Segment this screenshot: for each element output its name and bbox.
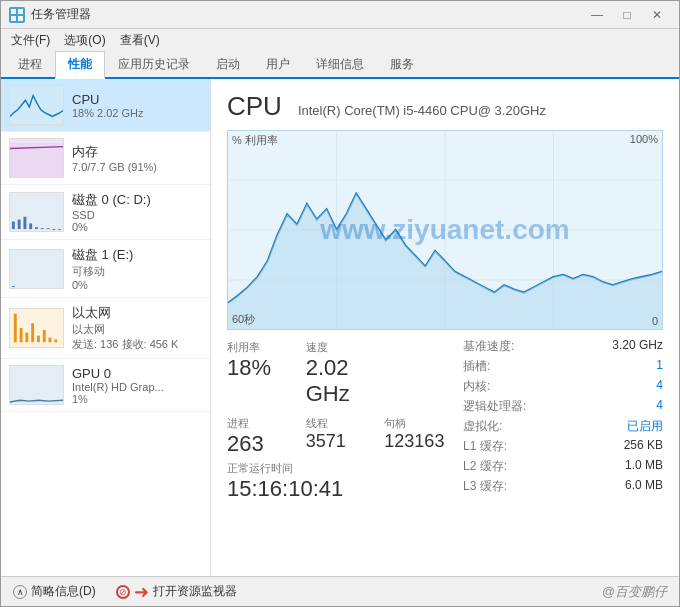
svg-rect-22 — [25, 333, 28, 343]
info-l1: L1 缓存: 256 KB — [463, 438, 663, 455]
stat-speed: 速度 2.02 GHz — [306, 338, 385, 410]
logical-key: 逻辑处理器: — [463, 398, 526, 415]
summary-button[interactable]: ∧ 简略信息(D) — [13, 583, 96, 600]
window-title: 任务管理器 — [31, 6, 91, 23]
maximize-button[interactable]: □ — [613, 5, 641, 25]
close-button[interactable]: ✕ — [643, 5, 671, 25]
svg-rect-3 — [18, 16, 23, 21]
left-panel: CPU 18% 2.02 GHz 内存 7.0/7.7 GB (91%) — [1, 79, 211, 576]
info-l3: L3 缓存: 6.0 MB — [463, 478, 663, 495]
open-monitor-icon: ⊘ — [116, 585, 130, 599]
tab-users[interactable]: 用户 — [253, 51, 303, 77]
attribution: @百变鹏仔 — [602, 583, 667, 601]
tab-services[interactable]: 服务 — [377, 51, 427, 77]
base-speed-val: 3.20 GHz — [612, 338, 663, 355]
tab-process[interactable]: 进程 — [5, 51, 55, 77]
cpu-mini-chart — [9, 85, 64, 125]
svg-rect-23 — [31, 323, 34, 342]
handle-label: 句柄 — [384, 416, 463, 431]
summary-label: 简略信息(D) — [31, 583, 96, 600]
minimize-button[interactable]: — — [583, 5, 611, 25]
svg-rect-12 — [35, 227, 38, 229]
thread-label: 线程 — [306, 416, 385, 431]
tab-details[interactable]: 详细信息 — [303, 51, 377, 77]
device-item-memory[interactable]: 内存 7.0/7.7 GB (91%) — [1, 132, 210, 185]
menu-bar: 文件(F) 选项(O) 查看(V) — [1, 29, 679, 51]
socket-key: 插槽: — [463, 358, 490, 375]
cpu-device-sub: 18% 2.02 GHz — [72, 107, 202, 119]
svg-rect-26 — [49, 338, 52, 343]
menu-options[interactable]: 选项(O) — [58, 30, 111, 51]
memory-device-name: 内存 — [72, 143, 202, 161]
svg-rect-24 — [37, 336, 40, 343]
chart-x-max: 0 — [652, 315, 658, 327]
disk0-mini-chart — [9, 192, 64, 232]
svg-rect-10 — [23, 217, 26, 229]
menu-file[interactable]: 文件(F) — [5, 30, 56, 51]
title-bar-left: 任务管理器 — [9, 6, 91, 23]
utilization-label: 利用率 — [227, 340, 306, 355]
device-item-cpu[interactable]: CPU 18% 2.02 GHz — [1, 79, 210, 132]
svg-rect-28 — [10, 366, 63, 404]
cpu-title: CPU — [227, 91, 282, 122]
cpu-device-name: CPU — [72, 92, 202, 107]
tab-startup[interactable]: 启动 — [203, 51, 253, 77]
gpu-mini-chart — [9, 365, 64, 405]
disk0-device-info: 磁盘 0 (C: D:) SSD 0% — [72, 191, 202, 233]
title-bar: 任务管理器 — □ ✕ — [1, 1, 679, 29]
right-info-panel: 利用率 18% 速度 2.02 GHz 进程 263 — [227, 338, 663, 502]
app-icon — [9, 7, 25, 23]
device-item-disk1[interactable]: 磁盘 1 (E:) 可移动 0% — [1, 240, 210, 298]
disk1-device-name: 磁盘 1 (E:) — [72, 246, 202, 264]
ethernet-mini-chart — [9, 308, 64, 348]
uptime-value: 15:16:10:41 — [227, 476, 463, 502]
tab-performance[interactable]: 性能 — [55, 51, 105, 79]
svg-rect-1 — [18, 9, 23, 14]
left-stats: 利用率 18% 速度 2.02 GHz 进程 263 — [227, 338, 463, 502]
ethernet-device-info: 以太网 以太网 发送: 136 接收: 456 K — [72, 304, 202, 352]
svg-rect-27 — [54, 339, 57, 342]
gpu-device-sub2: 1% — [72, 393, 202, 405]
base-speed-key: 基准速度: — [463, 338, 514, 355]
svg-rect-11 — [29, 223, 32, 229]
svg-rect-4 — [10, 86, 63, 124]
disk0-device-sub2: 0% — [72, 221, 202, 233]
svg-rect-13 — [41, 228, 44, 229]
device-item-ethernet[interactable]: 以太网 以太网 发送: 136 接收: 456 K — [1, 298, 210, 359]
gpu-device-info: GPU 0 Intel(R) HD Grap... 1% — [72, 366, 202, 405]
svg-rect-21 — [20, 328, 23, 342]
svg-rect-20 — [14, 314, 17, 343]
svg-rect-16 — [58, 229, 61, 230]
menu-view[interactable]: 查看(V) — [114, 30, 166, 51]
cores-val: 4 — [656, 378, 663, 395]
device-item-disk0[interactable]: 磁盘 0 (C: D:) SSD 0% — [1, 185, 210, 240]
info-cores: 内核: 4 — [463, 378, 663, 395]
stat-process: 进程 263 — [227, 414, 306, 459]
svg-rect-18 — [12, 286, 15, 287]
process-label: 进程 — [227, 416, 306, 431]
stat-thread: 线程 3571 — [306, 414, 385, 459]
process-value: 263 — [227, 431, 306, 457]
info-socket: 插槽: 1 — [463, 358, 663, 375]
cores-key: 内核: — [463, 378, 490, 395]
cpu-header: CPU Intel(R) Core(TM) i5-4460 CPU@ 3.20G… — [227, 91, 663, 122]
device-item-gpu[interactable]: GPU 0 Intel(R) HD Grap... 1% — [1, 359, 210, 412]
svg-rect-2 — [11, 16, 16, 21]
chart-x-min: 60秒 — [232, 312, 255, 327]
l2-key: L2 缓存: — [463, 458, 507, 475]
gpu-device-sub1: Intel(R) HD Grap... — [72, 381, 202, 393]
logical-val: 4 — [656, 398, 663, 415]
svg-rect-15 — [52, 229, 55, 230]
disk1-device-info: 磁盘 1 (E:) 可移动 0% — [72, 246, 202, 291]
disk0-device-name: 磁盘 0 (C: D:) — [72, 191, 202, 209]
gpu-device-name: GPU 0 — [72, 366, 202, 381]
open-monitor-label: 打开资源监视器 — [153, 583, 237, 600]
virt-key: 虚拟化: — [463, 418, 502, 435]
virt-val: 已启用 — [627, 418, 663, 435]
l1-val: 256 KB — [624, 438, 663, 455]
open-monitor-button[interactable]: ⊘ ➜ 打开资源监视器 — [116, 581, 237, 603]
chart-y-max: 100% — [630, 133, 658, 145]
handle-value: 123163 — [384, 431, 463, 453]
svg-rect-14 — [47, 228, 50, 229]
tab-app-history[interactable]: 应用历史记录 — [105, 51, 203, 77]
